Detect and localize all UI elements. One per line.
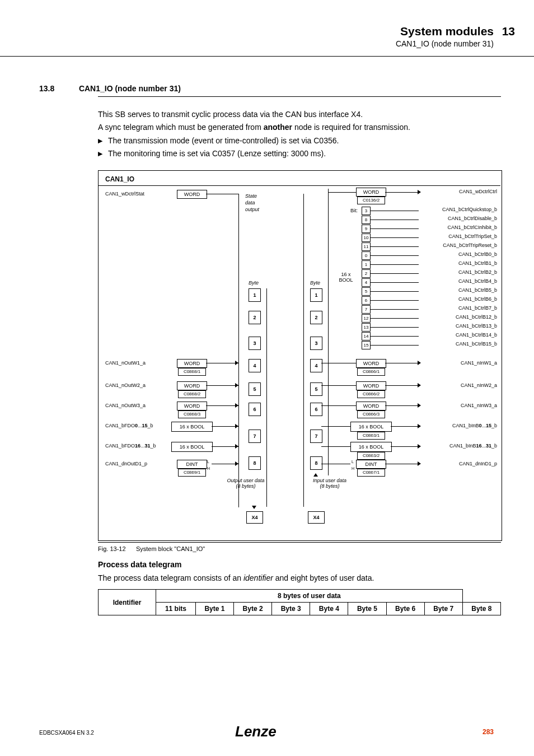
out-byte-3: 3	[249, 337, 261, 350]
x4-out: X4	[246, 511, 263, 524]
arrow-right-icon	[235, 444, 238, 449]
x4-in: X4	[308, 511, 325, 524]
sig-quickstop: CAN1_bCtrlQuickstop_b	[424, 207, 497, 212]
sig-b5: CAN1_bCtrlB5_b	[424, 287, 497, 293]
line	[238, 194, 239, 507]
signal-fdo16-31: CAN1_bFDO16...31_b	[105, 443, 172, 449]
arrow-right-icon	[418, 444, 421, 449]
line	[391, 446, 419, 447]
in-byte-3: 3	[310, 337, 322, 350]
in-byte-1: 1	[310, 288, 322, 302]
lh-h2: H	[352, 466, 354, 470]
header-subtitle: CAN1_IO (node number 31)	[396, 39, 494, 48]
word-box-outw3: WORD	[177, 402, 207, 410]
line	[371, 255, 419, 256]
fig-title: System block "CAN1_IO"	[136, 545, 205, 552]
sig-b12: CAN1_bCtrlB12_b	[424, 314, 497, 320]
sig-b13: CAN1_bCtrlB13_b	[424, 323, 497, 329]
lh-h: H	[207, 466, 210, 470]
p3c: and eight bytes of user data.	[273, 573, 374, 582]
line	[321, 426, 350, 427]
code-c0866-1: C0866/1	[357, 368, 385, 376]
sig-tripset: CAN1_bCtrlTripSet_b	[424, 234, 497, 239]
word-box-inw3: WORD	[356, 402, 386, 410]
th-userdata: 8 bytes of user data	[156, 590, 463, 603]
signal-outw2: CAN1_nOutW2_a	[105, 382, 172, 388]
sig-dind1: CAN1_dnInD1_p	[424, 461, 497, 466]
line	[303, 194, 304, 507]
cell-byte7: Byte 7	[424, 603, 462, 615]
bool16-in-1: 16 x BOOL	[350, 422, 392, 432]
line	[266, 288, 267, 507]
out-byte-5: 5	[249, 382, 261, 396]
line	[385, 405, 419, 406]
bullet-1: The transmission mode (event or time-con…	[98, 136, 501, 146]
arrow-right-icon	[235, 461, 238, 466]
lh-l: L	[207, 460, 209, 464]
line	[371, 291, 419, 292]
sig-inw2: CAN1_nInW2_a	[424, 382, 497, 388]
word-box-inw2: WORD	[356, 381, 386, 390]
sig-binb0-15: CAN1_bInB0...15_b	[424, 423, 497, 428]
paragraph-1: This SB serves to transmit cyclic proces…	[98, 109, 501, 120]
line	[328, 192, 356, 193]
line	[212, 446, 238, 447]
out-byte-4: 4	[249, 359, 261, 372]
sig-b6: CAN1_bCtrlB6_b	[424, 296, 497, 302]
dint-in: DINT	[356, 460, 386, 469]
sig-tripreset: CAN1_bCtrlTripReset_b	[424, 242, 497, 248]
sig-b0: CAN1_bCtrlB0_b	[424, 251, 497, 257]
sig-cinhibit: CAN1_bCtrlCInhibit_b	[424, 225, 497, 230]
in-byte-7: 7	[310, 430, 322, 443]
arrow-right-icon	[418, 424, 421, 428]
word-box-left-top: WORD	[177, 190, 207, 199]
line	[391, 426, 419, 427]
code-c0866-2: C0866/2	[357, 390, 385, 398]
signal-outw1: CAN1_nOutW1_a	[105, 360, 172, 366]
line	[371, 237, 419, 238]
bitbox-13: 13	[362, 323, 371, 332]
line	[371, 336, 419, 337]
arrow-right-icon	[418, 403, 421, 408]
p3a: The process data telegram consists of an	[98, 573, 243, 582]
out-byte-2: 2	[249, 311, 261, 324]
bitbox-6: 6	[362, 296, 371, 305]
word-box-ctrl: WORD	[356, 188, 386, 197]
line	[321, 446, 350, 447]
word-box-outw1: WORD	[177, 359, 207, 368]
in-byte-4: 4	[310, 359, 322, 372]
header-rule	[0, 56, 534, 57]
line	[212, 464, 238, 464]
arrow-right-icon	[418, 361, 421, 365]
line	[371, 246, 419, 247]
line	[321, 464, 350, 464]
paragraph-2: A sync telegram which must be generated …	[98, 122, 501, 133]
bool16-in-2: 16 x BOOL	[350, 442, 392, 452]
line	[371, 220, 419, 220]
sig-binb16-31: CAN1_bInB16...31_b	[424, 443, 497, 449]
line	[371, 211, 419, 211]
code-c0868-2: C0868/2	[178, 390, 206, 398]
bool16-box-2: 16 x BOOL	[171, 442, 213, 452]
para2-c: node is required for transmission.	[292, 123, 410, 132]
chapter-number: 13	[0, 25, 515, 38]
line	[371, 309, 419, 310]
line	[371, 345, 419, 346]
line	[385, 464, 419, 464]
cell-11bits: 11 bits	[156, 603, 196, 615]
line	[371, 228, 419, 229]
arrow-right-icon	[418, 383, 421, 388]
bitbox-10: 10	[362, 234, 371, 242]
bitbox-12: 12	[362, 314, 371, 323]
arrow-right-icon	[235, 403, 238, 408]
fig-num: Fig. 13-12	[98, 545, 126, 552]
bullet-2: The monitoring time is set via C0357 (Le…	[98, 148, 501, 159]
code-c0863-1: C0863/1	[357, 432, 385, 440]
bitbox-7: 7	[362, 305, 371, 314]
cell-byte6: Byte 6	[386, 603, 424, 615]
para2-bold: another	[264, 123, 292, 132]
cell-byte2: Byte 2	[234, 603, 272, 615]
line	[328, 189, 329, 475]
sig-b1: CAN1_bCtrlB1_b	[424, 260, 497, 266]
bitbox-0: 0	[362, 251, 371, 260]
